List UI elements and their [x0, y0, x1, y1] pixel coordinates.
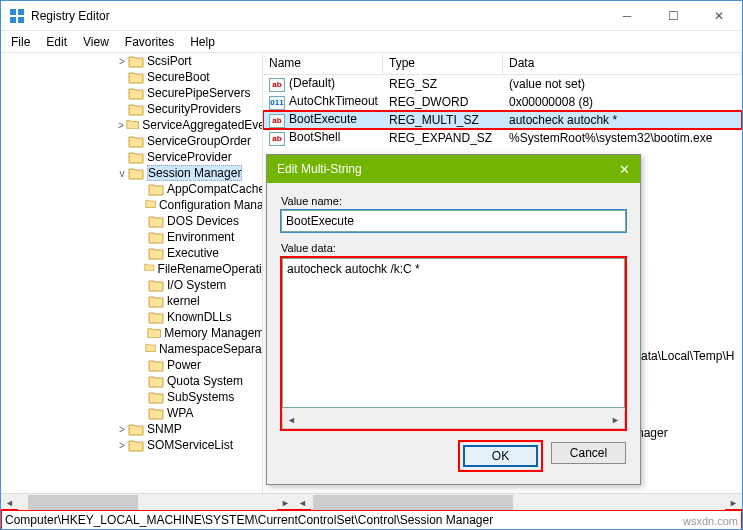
list-row[interactable]: 011AutoChkTimeoutREG_DWORD0x00000008 (8) [263, 93, 742, 111]
tree-label: KnownDLLs [167, 310, 232, 324]
tree-item[interactable]: >ScsiPort [1, 53, 263, 69]
value-name: BootExecute [289, 112, 357, 126]
folder-icon [145, 343, 156, 356]
scroll-thumb[interactable] [28, 495, 138, 510]
tree-pane[interactable]: >ScsiPortSecureBootSecurePipeServersSecu… [1, 53, 263, 493]
tree-label: SecurityProviders [147, 102, 241, 116]
valuedata-textarea[interactable] [282, 258, 625, 408]
tree-label: SOMServiceList [147, 438, 233, 452]
folder-icon [128, 55, 144, 68]
col-type[interactable]: Type [383, 53, 503, 74]
string-icon: ab [269, 78, 285, 92]
minimize-button[interactable]: ─ [604, 1, 650, 31]
tree-item[interactable]: >SNMP [1, 421, 263, 437]
close-button[interactable]: ✕ [696, 1, 742, 31]
folder-icon [128, 87, 144, 100]
expand-icon[interactable]: > [116, 424, 128, 435]
scrollbar-horizontal[interactable]: ◄ ► ◄ ► [1, 493, 742, 510]
tree-item[interactable]: Executive [1, 245, 263, 261]
tree-label: WPA [167, 406, 193, 420]
scroll-track[interactable] [18, 494, 277, 510]
folder-icon [148, 407, 164, 420]
tree-label: ScsiPort [147, 54, 192, 68]
scroll-track-2[interactable] [311, 494, 725, 510]
folder-icon [144, 263, 155, 276]
tree-item[interactable]: SecureBoot [1, 69, 263, 85]
svg-rect-0 [10, 9, 16, 15]
value-data: 0x00000008 (8) [503, 95, 742, 109]
tree-item[interactable]: >ServiceAggregatedEvents [1, 117, 263, 133]
valuedata-label: Value data: [281, 242, 626, 254]
dialog-title: Edit Multi-String [277, 162, 619, 176]
ok-highlight: OK [460, 442, 541, 470]
folder-icon [147, 327, 161, 340]
menu-edit[interactable]: Edit [46, 35, 67, 49]
list-row[interactable]: ab(Default)REG_SZ(value not set) [263, 75, 742, 93]
string-icon: ab [269, 132, 285, 146]
scroll-left-icon[interactable]: ◄ [283, 411, 300, 428]
tree-item[interactable]: Environment [1, 229, 263, 245]
list-row[interactable]: abBootExecuteREG_MULTI_SZautocheck autoc… [263, 111, 742, 129]
folder-icon [148, 295, 164, 308]
tree-label: DOS Devices [167, 214, 239, 228]
scroll-left-icon-2[interactable]: ◄ [294, 494, 311, 511]
folder-icon [148, 375, 164, 388]
tree-item[interactable]: NamespaceSeparation [1, 341, 263, 357]
scroll-right-icon[interactable]: ► [607, 411, 624, 428]
tree-item[interactable]: DOS Devices [1, 213, 263, 229]
expand-icon[interactable]: > [116, 56, 128, 67]
tree-label: Quota System [167, 374, 243, 388]
tree-item[interactable]: vSession Manager [1, 165, 263, 181]
tree-item[interactable]: KnownDLLs [1, 309, 263, 325]
col-name[interactable]: Name [263, 53, 383, 74]
value-type: REG_SZ [383, 77, 503, 91]
expand-icon[interactable]: > [116, 440, 128, 451]
tree-label: SecurePipeServers [147, 86, 250, 100]
menu-view[interactable]: View [83, 35, 109, 49]
tree-item[interactable]: kernel [1, 293, 263, 309]
tree-item[interactable]: I/O System [1, 277, 263, 293]
value-name: (Default) [289, 76, 335, 90]
tree-item[interactable]: Power [1, 357, 263, 373]
tree-item[interactable]: Memory Management [1, 325, 263, 341]
tree-item[interactable]: WPA [1, 405, 263, 421]
expand-icon[interactable]: > [116, 120, 126, 131]
tree-item[interactable]: ServiceProvider [1, 149, 263, 165]
menu-favorites[interactable]: Favorites [125, 35, 174, 49]
expand-icon[interactable]: v [116, 168, 128, 179]
ok-button[interactable]: OK [463, 445, 538, 467]
menu-file[interactable]: File [11, 35, 30, 49]
svg-rect-3 [18, 17, 24, 23]
menu-help[interactable]: Help [190, 35, 215, 49]
tree-label: I/O System [167, 278, 226, 292]
col-data[interactable]: Data [503, 53, 742, 74]
tree-label: Power [167, 358, 201, 372]
list-row[interactable]: abBootShellREG_EXPAND_SZ%SystemRoot%\sys… [263, 129, 742, 147]
cancel-button[interactable]: Cancel [551, 442, 626, 464]
valuename-input[interactable] [281, 210, 626, 232]
folder-icon [145, 199, 156, 212]
tree-item[interactable]: SecurePipeServers [1, 85, 263, 101]
dialog-titlebar[interactable]: Edit Multi-String ✕ [267, 155, 640, 183]
tree-item[interactable]: SubSystems [1, 389, 263, 405]
folder-icon [128, 167, 144, 180]
tree-item[interactable]: Configuration Manager [1, 197, 263, 213]
scroll-right-icon[interactable]: ► [277, 494, 294, 511]
maximize-button[interactable]: ☐ [650, 1, 696, 31]
textarea-scrollbar[interactable]: ◄ ► [282, 411, 625, 429]
tree-item[interactable]: SecurityProviders [1, 101, 263, 117]
scroll-thumb-2[interactable] [313, 495, 513, 510]
folder-icon [148, 183, 164, 196]
scroll-left-icon[interactable]: ◄ [1, 494, 18, 511]
tree-label: AppCompatCache [167, 182, 263, 196]
tree-item[interactable]: AppCompatCache [1, 181, 263, 197]
scroll-right-icon-2[interactable]: ► [725, 494, 742, 511]
close-icon[interactable]: ✕ [619, 162, 630, 177]
tree-item[interactable]: >SOMServiceList [1, 437, 263, 453]
titlebar: Registry Editor ─ ☐ ✕ [1, 1, 742, 31]
tree-item[interactable]: Quota System [1, 373, 263, 389]
folder-icon [148, 391, 164, 404]
tree-item[interactable]: ServiceGroupOrder [1, 133, 263, 149]
tree-item[interactable]: FileRenameOperations [1, 261, 263, 277]
value-type: REG_MULTI_SZ [383, 113, 503, 127]
